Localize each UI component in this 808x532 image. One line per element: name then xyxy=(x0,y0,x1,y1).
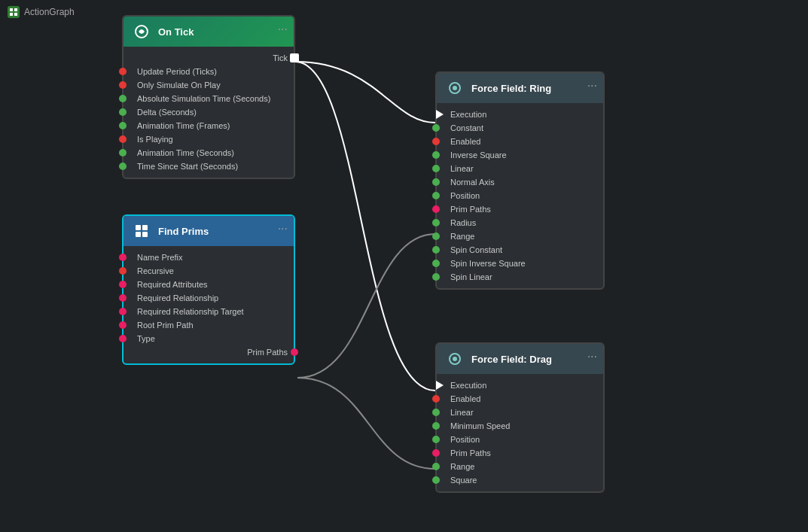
force-ring-body: Execution Constant Enabled Inverse Squar… xyxy=(437,103,603,288)
port-square: Square xyxy=(437,473,603,487)
position-drag-port[interactable] xyxy=(432,436,440,443)
force-ring-node: Force Field: Ring ··· Execution Constant… xyxy=(435,71,605,290)
port-required-attrs: Required Attributes xyxy=(123,278,294,291)
time-since-start-port[interactable] xyxy=(119,163,127,170)
anim-time-secs-port[interactable] xyxy=(119,149,127,157)
port-required-rel-target: Required Relationship Target xyxy=(123,305,294,318)
port-range-ring: Range xyxy=(437,230,603,243)
range-ring-port[interactable] xyxy=(432,233,440,240)
prim-paths-out-port[interactable] xyxy=(291,348,298,356)
app-title: ActionGraph xyxy=(24,7,75,17)
exec-tri-ring[interactable] xyxy=(436,110,444,119)
port-root-prim-path: Root Prim Path xyxy=(123,318,294,332)
update-period-port[interactable] xyxy=(119,68,127,75)
port-tick: Tick xyxy=(123,51,294,65)
port-min-speed: Minimum Speed xyxy=(437,419,603,433)
force-drag-menu[interactable]: ··· xyxy=(587,350,597,363)
port-prim-paths-drag: Prim Paths xyxy=(437,446,603,460)
port-position-ring: Position xyxy=(437,189,603,202)
root-prim-path-port[interactable] xyxy=(119,321,127,329)
square-port[interactable] xyxy=(432,476,440,484)
port-constant: Constant xyxy=(437,121,603,135)
prim-paths-ring-port[interactable] xyxy=(432,205,440,213)
find-prims-menu[interactable]: ··· xyxy=(278,222,288,236)
constant-port[interactable] xyxy=(432,124,440,132)
port-required-rel: Required Relationship xyxy=(123,291,294,305)
recursive-port[interactable] xyxy=(119,267,127,275)
find-prims-header: Find Prims ··· xyxy=(123,216,294,246)
port-range-drag: Range xyxy=(437,460,603,473)
force-ring-menu[interactable]: ··· xyxy=(587,79,597,93)
port-anim-time-frames: Animation Time (Frames) xyxy=(123,119,294,132)
abs-sim-time-port[interactable] xyxy=(119,95,127,102)
anim-time-frames-port[interactable] xyxy=(119,122,127,129)
enabled-drag-port[interactable] xyxy=(432,395,440,403)
on-tick-icon xyxy=(131,21,152,42)
required-rel-port[interactable] xyxy=(119,294,127,302)
on-tick-header: On Tick ··· xyxy=(123,17,294,47)
svg-rect-1 xyxy=(14,8,17,11)
force-drag-node: Force Field: Drag ··· Execution Enabled … xyxy=(435,342,605,493)
on-tick-body: Tick Update Period (Ticks) Only Simulate… xyxy=(123,47,294,178)
svg-point-12 xyxy=(453,357,457,361)
port-delta: Delta (Seconds) xyxy=(123,105,294,119)
force-drag-title: Force Field: Drag xyxy=(471,354,552,365)
port-is-playing: Is Playing xyxy=(123,132,294,146)
on-tick-title: On Tick xyxy=(158,26,194,38)
position-ring-port[interactable] xyxy=(432,192,440,199)
port-anim-time-secs: Animation Time (Seconds) xyxy=(123,146,294,160)
port-name-prefix: Name Prefix xyxy=(123,251,294,264)
port-prim-paths-ring: Prim Paths xyxy=(437,202,603,216)
port-radius: Radius xyxy=(437,216,603,230)
delta-port[interactable] xyxy=(119,108,127,116)
only-simulate-port[interactable] xyxy=(119,81,127,89)
type-port[interactable] xyxy=(119,335,127,342)
port-exec-drag: Execution xyxy=(437,378,603,392)
port-recursive: Recursive xyxy=(123,264,294,278)
find-prims-node: Find Prims ··· Name Prefix Recursive Req… xyxy=(122,214,295,365)
port-normal-axis: Normal Axis xyxy=(437,175,603,189)
find-prims-icon xyxy=(131,220,152,242)
svg-point-10 xyxy=(453,86,457,90)
force-drag-icon xyxy=(444,348,465,369)
port-linear-ring: Linear xyxy=(437,162,603,175)
linear-drag-port[interactable] xyxy=(432,409,440,416)
port-time-since-start: Time Since Start (Seconds) xyxy=(123,160,294,173)
required-rel-target-port[interactable] xyxy=(119,308,127,315)
radius-port[interactable] xyxy=(432,219,440,226)
port-spin-linear: Spin Linear xyxy=(437,270,603,284)
tick-port[interactable] xyxy=(290,53,299,62)
range-drag-port[interactable] xyxy=(432,463,440,470)
enabled-ring-port[interactable] xyxy=(432,138,440,145)
required-attrs-port[interactable] xyxy=(119,281,127,288)
port-inverse-square: Inverse Square xyxy=(437,148,603,162)
spin-linear-port[interactable] xyxy=(432,273,440,281)
force-ring-icon xyxy=(444,78,465,99)
port-update-period: Update Period (Ticks) xyxy=(123,65,294,78)
find-prims-title: Find Prims xyxy=(158,226,209,237)
on-tick-menu[interactable]: ··· xyxy=(278,23,288,36)
svg-rect-0 xyxy=(10,8,13,11)
port-linear-drag: Linear xyxy=(437,406,603,419)
port-only-simulate: Only Simulate On Play xyxy=(123,78,294,92)
app-icon xyxy=(8,6,20,18)
spin-constant-port[interactable] xyxy=(432,246,440,254)
spin-inverse-square-port[interactable] xyxy=(432,260,440,267)
port-enabled-ring: Enabled xyxy=(437,135,603,148)
svg-rect-7 xyxy=(136,232,141,237)
title-bar: ActionGraph xyxy=(8,6,75,18)
is-playing-port[interactable] xyxy=(119,135,127,143)
port-spin-constant: Spin Constant xyxy=(437,243,603,257)
min-speed-port[interactable] xyxy=(432,422,440,430)
exec-tri-drag[interactable] xyxy=(436,381,444,390)
find-prims-body: Name Prefix Recursive Required Attribute… xyxy=(123,246,294,363)
prim-paths-drag-port[interactable] xyxy=(432,449,440,457)
normal-axis-port[interactable] xyxy=(432,178,440,186)
port-enabled-drag: Enabled xyxy=(437,392,603,406)
name-prefix-port[interactable] xyxy=(119,254,127,261)
port-position-drag: Position xyxy=(437,433,603,446)
svg-rect-2 xyxy=(10,13,13,16)
svg-rect-5 xyxy=(136,225,141,230)
linear-ring-port[interactable] xyxy=(432,165,440,172)
inverse-square-port[interactable] xyxy=(432,151,440,159)
